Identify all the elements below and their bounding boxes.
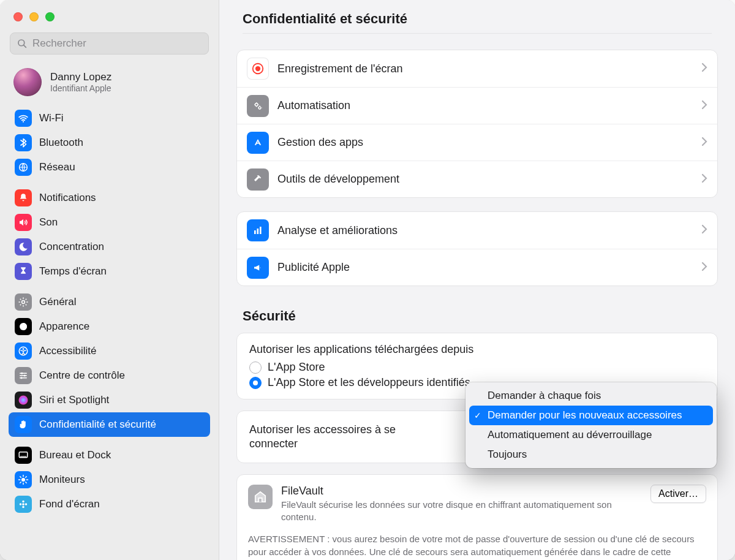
svg-point-2 <box>23 121 24 123</box>
sidebar-nav: Wi-FiBluetoothRéseauNotificationsSonConc… <box>0 106 219 523</box>
hammer-icon <box>247 168 269 191</box>
chevron-right-icon <box>701 173 707 186</box>
sidebar-item-label: Moniteurs <box>39 474 85 486</box>
sidebar-item-sun[interactable]: Moniteurs <box>9 467 210 492</box>
svg-point-9 <box>24 375 26 377</box>
filevault-desc: FileVault sécurise les données sur votre… <box>281 499 642 524</box>
sidebar-item-label: Notifications <box>39 192 96 204</box>
settings-row-gears[interactable]: Automatisation <box>237 87 717 124</box>
sidebar-item-label: Général <box>39 296 76 308</box>
accessibility-icon <box>15 342 32 360</box>
radio-app-store[interactable]: L'App Store <box>249 361 705 374</box>
hourglass-icon <box>15 263 32 280</box>
sidebar-item-speaker[interactable]: Son <box>9 210 210 235</box>
sliders-icon <box>15 367 32 384</box>
sidebar-item-accessibility[interactable]: Accessibilité <box>9 339 210 363</box>
radio-app-store-label: L'App Store <box>268 361 325 374</box>
search-input[interactable] <box>32 37 202 50</box>
flower-icon <box>15 496 32 513</box>
sidebar-item-siri[interactable]: Siri et Spotlight <box>9 388 210 412</box>
privacy-list-2: Analyse et améliorationsPublicité Apple <box>236 211 718 286</box>
popup-item-label: Demander pour les nouveaux accessoires <box>488 409 682 422</box>
filevault-icon <box>248 485 273 509</box>
settings-row-megaphone[interactable]: Publicité Apple <box>237 249 717 286</box>
search-icon <box>17 38 28 49</box>
divider <box>243 33 712 34</box>
accessories-popup-menu[interactable]: Demander à chaque fois✓Demander pour les… <box>466 382 717 468</box>
row-label: Publicité Apple <box>277 261 701 274</box>
avatar <box>13 68 42 96</box>
main-pane: Confidentialité et sécurité Enregistreme… <box>219 0 735 560</box>
apple-id-account[interactable]: Danny Lopez Identifiant Apple <box>0 64 219 106</box>
row-label: Analyse et améliorations <box>277 224 701 237</box>
sidebar-item-label: Réseau <box>39 161 75 173</box>
popup-item[interactable]: Demander à chaque fois <box>469 386 713 406</box>
dock-icon <box>15 447 32 464</box>
sidebar-item-sliders[interactable]: Centre de contrôle <box>9 363 210 388</box>
filevault-warning: AVERTISSEMENT : vous aurez besoin de vot… <box>248 532 706 561</box>
svg-point-16 <box>22 501 24 502</box>
popup-item[interactable]: Automatiquement au déverrouillage <box>469 425 713 445</box>
sidebar-item-dock[interactable]: Bureau et Dock <box>9 443 210 467</box>
chevron-right-icon <box>701 62 707 75</box>
svg-point-22 <box>255 66 260 71</box>
svg-point-11 <box>19 396 28 405</box>
svg-rect-25 <box>254 230 256 234</box>
sidebar-item-label: Confidentialité et sécurité <box>39 418 156 431</box>
gears-icon <box>247 95 269 117</box>
sidebar-item-label: Temps d'écran <box>39 265 107 278</box>
settings-row-hammer[interactable]: Outils de développement <box>237 161 717 197</box>
popup-item[interactable]: ✓Demander pour les nouveaux accessoires <box>469 406 713 425</box>
sidebar-item-bluetooth[interactable]: Bluetooth <box>9 131 210 155</box>
svg-point-18 <box>20 503 21 505</box>
filevault-panel: FileVault FileVault sécurise les données… <box>236 474 718 560</box>
search-field[interactable] <box>10 32 209 55</box>
zoom-window-icon[interactable] <box>45 12 55 21</box>
settings-row-chart[interactable]: Analyse et améliorations <box>237 212 717 249</box>
settings-window: Danny Lopez Identifiant Apple Wi-FiBluet… <box>0 0 735 560</box>
globe-icon <box>15 159 32 176</box>
svg-point-14 <box>21 478 25 482</box>
popup-item-label: Demander à chaque fois <box>488 390 601 402</box>
chevron-right-icon <box>701 224 707 236</box>
filevault-title: FileVault <box>281 485 642 498</box>
row-label: Automatisation <box>277 99 701 112</box>
security-heading: Sécurité <box>236 300 718 333</box>
popup-item[interactable]: Toujours <box>469 445 713 464</box>
minimize-window-icon[interactable] <box>29 12 39 21</box>
row-label: Enregistrement de l'écran <box>277 62 701 75</box>
svg-point-10 <box>21 377 23 379</box>
account-sub: Identifiant Apple <box>50 83 111 93</box>
sidebar-item-appearance[interactable]: Apparence <box>9 314 210 339</box>
settings-row-record[interactable]: Enregistrement de l'écran <box>237 50 717 87</box>
svg-point-4 <box>22 301 25 304</box>
sidebar-item-gear[interactable]: Général <box>9 290 210 314</box>
settings-row-appstore[interactable]: Gestion des apps <box>237 124 717 161</box>
sidebar-item-label: Bureau et Dock <box>39 449 111 461</box>
sidebar-item-label: Accessibilité <box>39 345 97 357</box>
row-label: Outils de développement <box>277 173 701 186</box>
radio-checked-icon <box>249 377 262 389</box>
sun-icon <box>15 471 32 488</box>
popup-item-label: Automatiquement au déverrouillage <box>488 429 652 441</box>
record-icon <box>247 58 269 80</box>
sidebar-item-label: Fond d'écran <box>39 498 100 510</box>
radio-unchecked-icon <box>249 361 262 374</box>
sidebar-item-label: Concentration <box>39 241 104 253</box>
sidebar-item-hourglass[interactable]: Temps d'écran <box>9 259 210 284</box>
filevault-enable-button[interactable]: Activer… <box>650 485 706 503</box>
sidebar-item-wifi[interactable]: Wi-Fi <box>9 106 210 131</box>
sidebar-item-hand[interactable]: Confidentialité et sécurité <box>9 412 210 437</box>
sidebar-item-label: Siri et Spotlight <box>39 394 109 406</box>
svg-point-17 <box>22 506 24 508</box>
popup-item-label: Toujours <box>488 448 527 461</box>
sidebar-item-label: Son <box>39 216 58 229</box>
sidebar-item-moon[interactable]: Concentration <box>9 235 210 259</box>
sidebar-item-globe[interactable]: Réseau <box>9 155 210 180</box>
sidebar-item-label: Wi-Fi <box>39 112 64 124</box>
close-window-icon[interactable] <box>13 12 23 21</box>
svg-point-23 <box>255 103 258 106</box>
sidebar-item-flower[interactable]: Fond d'écran <box>9 492 210 516</box>
sidebar-item-bell[interactable]: Notifications <box>9 186 210 210</box>
chevron-right-icon <box>701 100 707 112</box>
